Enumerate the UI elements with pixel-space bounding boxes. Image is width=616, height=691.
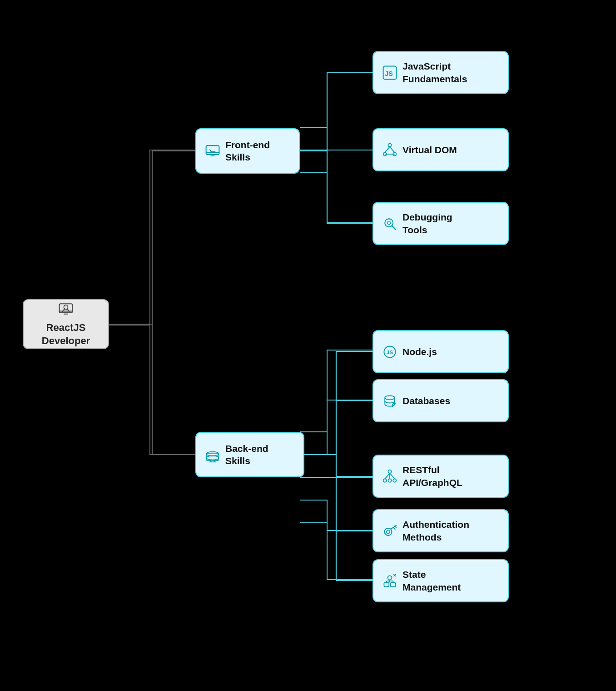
svg-point-39 <box>388 576 392 580</box>
svg-point-33 <box>387 530 390 533</box>
svg-text:JS: JS <box>385 70 393 77</box>
db-icon <box>382 393 398 409</box>
svg-point-26 <box>383 479 387 482</box>
nodejs-icon: JS <box>382 344 398 360</box>
svg-line-20 <box>392 225 396 229</box>
root-node: ReactJS Developer <box>23 299 109 349</box>
diagram-container: ReactJS Developer Front-end Skills Back-… <box>0 0 616 691</box>
svg-line-17 <box>390 146 395 152</box>
js-label: JavaScript Fundamentals <box>402 60 467 85</box>
root-label: ReactJS Developer <box>42 321 90 347</box>
svg-rect-37 <box>384 582 389 586</box>
debug-label: Debugging Tools <box>402 211 452 236</box>
svg-point-24 <box>385 396 395 400</box>
js-icon: JS <box>382 65 398 81</box>
svg-text:JS: JS <box>387 349 393 355</box>
state-icon <box>382 573 398 589</box>
svg-point-3 <box>64 305 68 309</box>
frontend-icon <box>204 143 221 159</box>
svg-line-35 <box>395 526 397 528</box>
svg-rect-4 <box>206 145 219 155</box>
debug-icon <box>382 215 398 232</box>
api-node: RESTful API/GraphQL <box>373 455 509 498</box>
auth-label: Authentication Methods <box>402 518 469 543</box>
svg-point-21 <box>387 221 391 224</box>
svg-point-25 <box>388 470 391 473</box>
state-label: State Management <box>402 568 461 593</box>
vdom-node: Virtual DOM <box>373 128 509 171</box>
backend-icon <box>204 446 221 463</box>
frontend-node: Front-end Skills <box>195 128 300 174</box>
svg-point-28 <box>388 479 391 482</box>
nodejs-label: Node.js <box>402 346 437 358</box>
db-node: Databases <box>373 379 509 422</box>
svg-point-10 <box>207 456 219 460</box>
svg-line-36 <box>393 527 395 529</box>
svg-point-13 <box>388 143 391 146</box>
nodejs-node: JS Node.js <box>373 330 509 373</box>
js-node: JS JavaScript Fundamentals <box>373 51 509 94</box>
state-node: State Management <box>373 559 509 602</box>
svg-line-29 <box>385 473 390 479</box>
api-label: RESTful API/GraphQL <box>402 464 462 489</box>
backend-label: Back-end Skills <box>225 442 268 467</box>
vdom-label: Virtual DOM <box>402 144 457 156</box>
frontend-label: Front-end Skills <box>225 139 270 164</box>
developer-icon <box>58 300 74 317</box>
vdom-icon <box>382 142 398 158</box>
auth-node: Authentication Methods <box>373 509 509 552</box>
svg-line-30 <box>390 473 395 479</box>
debug-node: Debugging Tools <box>373 202 509 245</box>
auth-icon <box>382 523 398 539</box>
api-icon <box>382 468 398 485</box>
db-label: Databases <box>402 395 450 407</box>
svg-rect-38 <box>391 582 396 586</box>
backend-node: Back-end Skills <box>195 432 304 477</box>
svg-point-27 <box>393 479 396 482</box>
svg-line-16 <box>385 146 390 152</box>
